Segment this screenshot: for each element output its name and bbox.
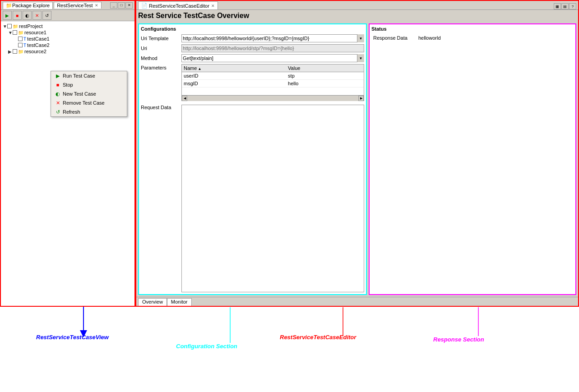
resource1-folder-icon: 📁 [18, 30, 23, 35]
params-scrollbar: ◀ ▶ [182, 95, 364, 101]
annotation-area: RestServiceTestCaseView Configuration Se… [0, 307, 579, 392]
bottom-tab-bar: Overview Monitor [136, 297, 578, 306]
resource2-label: resource2 [24, 49, 46, 54]
parameters-label: Parameters [141, 64, 181, 101]
param-row-msgid: msgID hello [182, 80, 364, 88]
editor-grid2-button[interactable]: ▤ [561, 3, 569, 9]
request-data-row: Request Data [141, 105, 364, 292]
refresh-toolbar-button[interactable]: ↺ [42, 11, 51, 20]
root-folder-icon: 📁 [13, 24, 18, 29]
left-toolbar: ▶ ■ ◐ ✕ ↺ [1, 10, 134, 21]
editor-grid1-button[interactable]: ▦ [554, 3, 561, 9]
resource1-toggle-icon[interactable]: ▼ [8, 30, 13, 35]
remove-button[interactable]: ✕ [32, 11, 42, 20]
tab-rest-service-test[interactable]: RestServiceTest ✕ [54, 2, 101, 9]
ctx-run-label: Run Test Case [63, 73, 95, 78]
response-data-label: Response Data [371, 34, 417, 42]
left-panel: 📁 Package Explore RestServiceTest ✕ _ □ … [0, 0, 135, 307]
resource1-checkbox[interactable] [13, 30, 17, 35]
annotation-svg [0, 307, 579, 392]
param-empty-value [286, 88, 364, 95]
editor-window-controls: ▦ ▤ ? [554, 3, 576, 9]
tree-node-testcase2[interactable]: T testCase2 [3, 42, 133, 48]
tab-overview[interactable]: Overview [138, 298, 167, 306]
parameters-table: Name Value userID stp [182, 65, 364, 95]
uri-input[interactable] [181, 44, 364, 52]
ctx-stop[interactable]: ■ Stop [51, 80, 127, 89]
tree-node-root[interactable]: ▼ 📁 restProject [3, 23, 133, 29]
param-row-empty [182, 88, 364, 95]
ctx-run-test-case[interactable]: ▶ Run Test Case [51, 71, 127, 80]
tree-area: ▼ 📁 restProject ▼ 📁 resource1 T testCase… [1, 21, 134, 306]
resource2-checkbox[interactable] [13, 49, 17, 54]
testcase1-checkbox[interactable] [18, 37, 23, 41]
status-response-row: Response Data helloworld [371, 34, 574, 42]
close-left-button[interactable]: ✕ [125, 2, 133, 9]
param-msgid-name: msgID [182, 80, 286, 88]
scroll-right-arrow[interactable]: ▶ [358, 96, 364, 101]
uri-template-wrapper: ▼ [181, 34, 364, 42]
ctx-new-test-case[interactable]: ◐ New Test Case [51, 89, 127, 98]
ctx-stop-icon: ■ [55, 82, 61, 88]
testcase2-checkbox[interactable] [18, 43, 23, 47]
editor-tab-bar: 📄 RestServiceTestCaseEditor ✕ ▦ ▤ ? [136, 1, 578, 10]
root-checkbox-icon[interactable] [7, 24, 12, 28]
maximize-button[interactable]: □ [118, 2, 125, 9]
tree-node-resource1[interactable]: ▼ 📁 resource1 [3, 29, 133, 36]
param-row-userid: userID stp [182, 72, 364, 80]
tab-monitor[interactable]: Monitor [167, 298, 192, 306]
minimize-button[interactable]: _ [110, 2, 117, 9]
testcase2-type-icon: T [23, 43, 26, 48]
config-section: Configurations Uri Template ▼ Uri [138, 23, 367, 295]
editor-help-button[interactable]: ? [569, 3, 576, 9]
request-data-label: Request Data [141, 105, 181, 292]
ctx-run-icon: ▶ [55, 73, 61, 79]
new-button[interactable]: ◐ [23, 11, 32, 20]
editor-tab-icon: 📄 [141, 3, 148, 9]
method-select[interactable]: Get[text/plain] [181, 54, 364, 62]
label-rest-view: RestServiceTestCaseView [36, 334, 109, 341]
editor-tab-close-icon[interactable]: ✕ [211, 4, 215, 8]
method-wrapper: Get[text/plain] ▼ [181, 54, 364, 62]
col-value-header[interactable]: Value [286, 65, 364, 72]
label-response-section: Response Section [433, 336, 484, 343]
param-userid-value: stp [286, 72, 364, 80]
label-config-section: Configuration Section [176, 343, 237, 350]
left-window-controls: _ □ ✕ [110, 2, 133, 9]
testcase2-label: testCase2 [27, 42, 50, 48]
run-button[interactable]: ▶ [3, 11, 12, 20]
scroll-left-arrow[interactable]: ◀ [182, 96, 187, 101]
testcase1-type-icon: T [23, 37, 26, 42]
param-userid-name: userID [182, 72, 286, 80]
editor-tab-rest[interactable]: 📄 RestServiceTestCaseEditor ✕ [138, 1, 218, 9]
status-section: Status Response Data helloworld [369, 23, 576, 295]
tab-rest-close-icon[interactable]: ✕ [95, 3, 98, 8]
scroll-track[interactable] [187, 96, 358, 101]
main-layout: 📁 Package Explore RestServiceTest ✕ _ □ … [0, 0, 579, 307]
ctx-refresh-icon: ↺ [55, 109, 61, 115]
method-row: Method Get[text/plain] ▼ [141, 54, 364, 62]
parameters-table-wrapper: Name Value userID stp [181, 64, 364, 101]
tab-rest-service-label: RestServiceTest [57, 3, 93, 8]
editor-content: Rest Service TestCase Overview Configura… [136, 10, 578, 297]
status-title: Status [371, 26, 574, 32]
tree-node-resource2[interactable]: ▶ 📁 resource2 [3, 48, 133, 55]
tab-package-explore[interactable]: 📁 Package Explore [3, 2, 53, 9]
param-empty-name [182, 88, 286, 95]
tab-package-explore-label: Package Explore [12, 3, 50, 8]
stop-toolbar-button[interactable]: ■ [13, 11, 22, 20]
right-panel: 📄 RestServiceTestCaseEditor ✕ ▦ ▤ ? Rest… [135, 0, 579, 307]
uri-template-input[interactable] [181, 34, 364, 42]
col-name-header[interactable]: Name [182, 65, 286, 72]
status-table: Response Data helloworld [371, 34, 574, 42]
ctx-remove-test-case[interactable]: ✕ Remove Test Case [51, 98, 127, 107]
ctx-refresh[interactable]: ↺ Refresh [51, 107, 127, 116]
config-title: Configurations [141, 26, 364, 32]
uri-template-row: Uri Template ▼ [141, 34, 364, 42]
ctx-new-label: New Test Case [63, 91, 96, 97]
resource2-toggle-icon[interactable]: ▶ [8, 49, 13, 54]
root-toggle-icon[interactable]: ▼ [3, 24, 7, 29]
folder-tab-icon: 📁 [6, 3, 12, 9]
request-data-area[interactable] [181, 105, 364, 292]
tree-node-testcase1[interactable]: T testCase1 [3, 36, 133, 42]
